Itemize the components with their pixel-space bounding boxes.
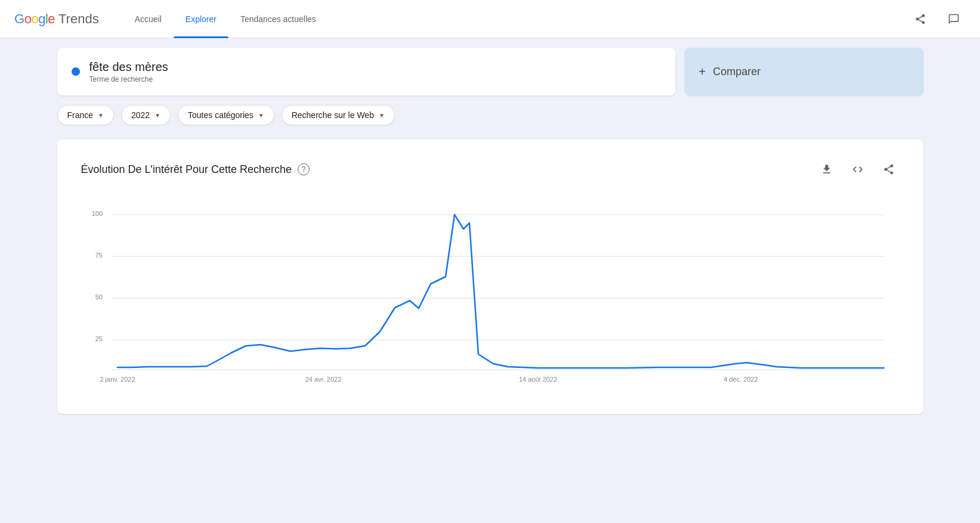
compare-card[interactable]: + Comparer [685, 48, 923, 95]
header: Google Trends Accueil Explorer Tendances… [0, 0, 980, 38]
search-text-block: fête des mères Terme de recherche [89, 60, 168, 83]
main-content: fête des mères Terme de recherche + Comp… [43, 38, 938, 423]
search-type-label: Recherche sur le Web [292, 110, 374, 120]
google-trends-logo[interactable]: Google Trends [14, 11, 99, 27]
search-dot-indicator [72, 67, 80, 76]
chart-title-row: Évolution De L'intérêt Pour Cette Recher… [81, 163, 310, 176]
search-term-card: fête des mères Terme de recherche [57, 48, 675, 95]
y-label-25: 25 [95, 335, 102, 342]
x-label-aug: 14 août 2022 [518, 376, 557, 383]
chart-header: Évolution De L'intérêt Pour Cette Recher… [81, 159, 899, 180]
chart-container: 100 75 50 25 2 janv. 2022 24 avr. 2022 1… [81, 199, 899, 392]
nav-accueil[interactable]: Accueil [123, 0, 174, 38]
help-icon[interactable]: ? [298, 163, 310, 175]
nav-explorer[interactable]: Explorer [174, 0, 228, 38]
y-label-50: 50 [95, 293, 102, 301]
chart-share-icon [883, 163, 895, 175]
search-term: fête des mères [89, 60, 168, 74]
compare-plus-icon: + [699, 65, 706, 79]
search-type-filter[interactable]: Recherche sur le Web ▼ [282, 105, 395, 125]
x-label-dec: 4 déc. 2022 [724, 376, 758, 383]
chart-share-button[interactable] [878, 159, 899, 180]
google-wordmark: Google [14, 11, 55, 27]
embed-icon [852, 163, 864, 175]
chart-actions [816, 159, 899, 180]
chart-card: Évolution De L'intérêt Pour Cette Recher… [57, 140, 923, 414]
country-filter[interactable]: France ▼ [57, 105, 114, 125]
nav-tendances[interactable]: Tendances actuelles [228, 0, 328, 38]
search-section: fête des mères Terme de recherche + Comp… [57, 48, 923, 95]
search-term-type: Terme de recherche [89, 75, 168, 83]
category-filter-arrow: ▼ [258, 112, 264, 119]
message-icon [948, 13, 960, 25]
share-icon [914, 13, 926, 25]
message-button[interactable] [942, 7, 966, 31]
embed-button[interactable] [847, 159, 868, 180]
chart-title: Évolution De L'intérêt Pour Cette Recher… [81, 163, 292, 176]
x-label-apr: 24 avr. 2022 [305, 376, 341, 383]
header-actions [908, 7, 966, 31]
category-filter[interactable]: Toutes catégories ▼ [178, 105, 274, 125]
country-filter-arrow: ▼ [98, 112, 104, 119]
y-label-100: 100 [91, 210, 102, 217]
year-filter-label: 2022 [131, 110, 150, 120]
x-label-jan: 2 janv. 2022 [100, 376, 135, 383]
search-type-arrow: ▼ [379, 112, 385, 119]
share-button[interactable] [908, 7, 932, 31]
trend-chart-svg: 100 75 50 25 2 janv. 2022 24 avr. 2022 1… [81, 199, 899, 390]
filters-bar: France ▼ 2022 ▼ Toutes catégories ▼ Rech… [57, 105, 923, 125]
year-filter[interactable]: 2022 ▼ [121, 105, 171, 125]
help-icon-label: ? [302, 165, 306, 174]
y-label-75: 75 [95, 252, 102, 259]
download-button[interactable] [816, 159, 837, 180]
compare-label: Comparer [713, 66, 760, 78]
year-filter-arrow: ▼ [154, 112, 160, 119]
download-icon [821, 163, 833, 175]
trends-wordmark: Trends [58, 11, 99, 27]
category-filter-label: Toutes catégories [188, 110, 253, 120]
main-nav: Accueil Explorer Tendances actuelles [123, 0, 908, 38]
trend-polyline [118, 215, 884, 368]
country-filter-label: France [67, 110, 94, 120]
